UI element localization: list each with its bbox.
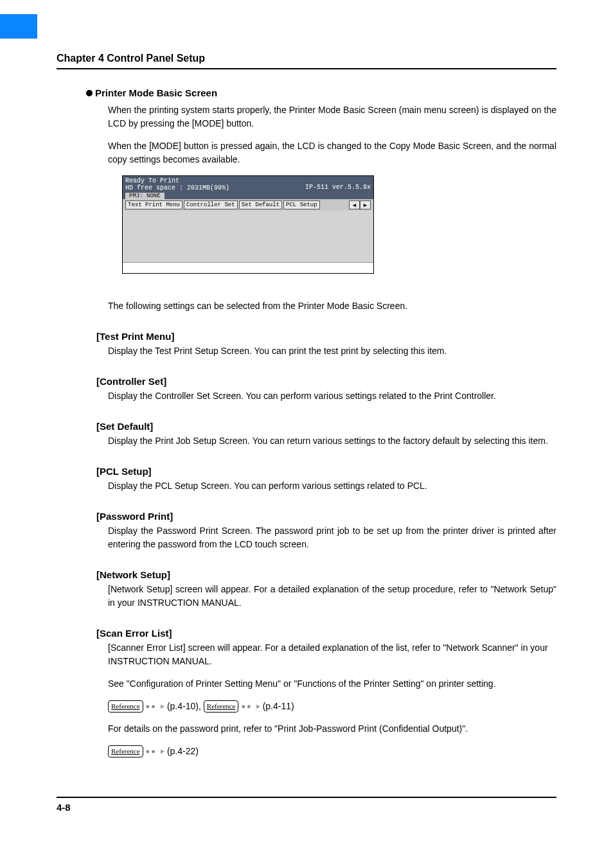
lcd-arrow-right-icon[interactable]: ▶ (360, 200, 371, 209)
arrow-icon: ➤ (159, 747, 164, 756)
body-password-print: Display the Password Print Screen. The p… (108, 524, 556, 551)
lcd-tab-pcl-setup[interactable]: PCL Setup (283, 200, 320, 209)
heading-scan-error: [Scan Error List] (96, 628, 556, 639)
lcd-body (123, 211, 373, 262)
lcd-header: Ready To Print HD free space : 2031MB(99… (123, 176, 373, 199)
lcd-tab-row: Test Print Menu Controller Set Set Defau… (123, 199, 373, 211)
body-network-setup: [Network Setup] screen will appear. For … (108, 583, 556, 610)
ref-page-3: (p.4-22) (167, 745, 199, 758)
body-test-print: Display the Test Print Setup Screen. You… (108, 344, 556, 358)
intro-paragraph-2: When the [MODE] button is pressed again,… (108, 139, 556, 166)
lcd-footer (123, 262, 373, 273)
side-tab (0, 14, 37, 39)
lcd-tab-controller-set[interactable]: Controller Set (184, 200, 238, 209)
heading-set-default: [Set Default] (96, 421, 556, 432)
intro-paragraph-1: When the printing system starts properly… (108, 103, 556, 130)
chapter-title: Chapter 4 Control Panel Setup (57, 53, 556, 64)
heading-network-setup: [Network Setup] (96, 569, 556, 580)
heading-password-print: [Password Print] (96, 511, 556, 522)
bullet-icon (86, 90, 93, 96)
dots-icon: ●● (146, 746, 157, 757)
section-heading: Printer Mode Basic Screen (86, 87, 556, 98)
details-text: For details on the password print, refer… (108, 722, 556, 736)
ref-page-1: (p.4-10), (167, 700, 201, 713)
lcd-tab-test-print[interactable]: Test Print Menu (125, 200, 182, 209)
ref-page-2: (p.4-11) (263, 700, 294, 713)
lcd-screenshot: Ready To Print HD free space : 2031MB(99… (122, 175, 374, 274)
body-pcl-setup: Display the PCL Setup Screen. You can pe… (108, 479, 556, 493)
lcd-pmj-tab: PMJ: NONE (125, 193, 164, 199)
after-screen-text: The following settings can be selected f… (108, 299, 556, 313)
body-scan-error: [Scanner Error List] screen will appear.… (108, 641, 556, 668)
reference-line-2: Reference ●●➤ (p.4-22) (108, 745, 556, 758)
see-config-text: See "Configuration of Printer Setting Me… (108, 677, 556, 691)
heading-test-print: [Test Print Menu] (96, 331, 556, 342)
reference-badge-3: Reference (108, 745, 143, 757)
page-number: 4-8 (57, 802, 556, 813)
body-set-default: Display the Print Job Setup Screen. You … (108, 434, 556, 448)
reference-badge-2: Reference (204, 700, 239, 713)
heading-controller-set: [Controller Set] (96, 376, 556, 387)
lcd-arrow-left-icon[interactable]: ◀ (349, 200, 360, 209)
reference-badge-1: Reference (108, 700, 143, 713)
footer-rule (57, 797, 556, 798)
dots-icon: ●● (146, 701, 157, 712)
reference-line-1: Reference ●●➤ (p.4-10), Reference ●●➤ (p… (108, 700, 556, 713)
lcd-version-text: IP-511 ver.5.5.9x (305, 184, 371, 191)
body-controller-set: Display the Controller Set Screen. You c… (108, 389, 556, 403)
section-title-text: Printer Mode Basic Screen (95, 87, 217, 98)
header-rule (57, 68, 556, 69)
arrow-icon: ➤ (159, 702, 164, 711)
lcd-tab-set-default[interactable]: Set Default (239, 200, 282, 209)
arrow-icon: ➤ (255, 702, 260, 711)
heading-pcl-setup: [PCL Setup] (96, 466, 556, 477)
dots-icon: ●● (241, 701, 252, 712)
